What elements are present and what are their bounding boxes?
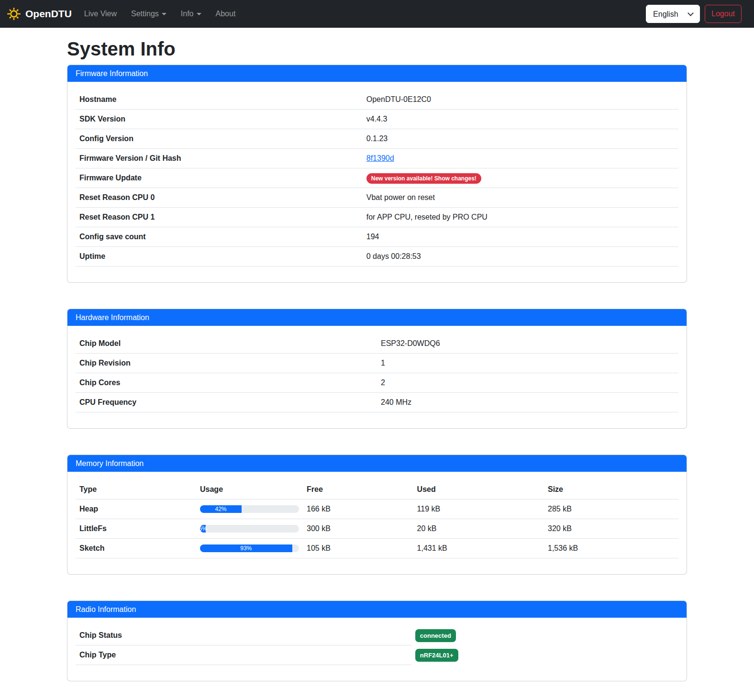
row-value: 0 days 00:28:53	[363, 247, 678, 267]
page-title: System Info	[67, 38, 687, 60]
used-value: 1,431 kB	[413, 539, 544, 558]
memory-type: Heap	[76, 500, 196, 519]
table-row: SDK Version v4.4.3	[76, 110, 678, 129]
memory-information-card: Memory Information Type Usage Free Used …	[67, 455, 687, 575]
row-value: OpenDTU-0E12C0	[363, 90, 678, 110]
progress-label: 93%	[240, 543, 252, 554]
table-row: Chip Type nRF24L01+	[76, 645, 678, 665]
row-value: 2	[377, 373, 678, 393]
table-row: Reset Reason CPU 1 for APP CPU, reseted …	[76, 208, 678, 227]
row-label: Chip Model	[76, 334, 377, 354]
hardware-information-card: Hardware Information Chip Model ESP32-D0…	[67, 309, 687, 429]
progress-label: 6%	[199, 523, 207, 534]
size-value: 285 kB	[544, 500, 678, 519]
navbar-right: English Logout	[646, 5, 742, 23]
row-value: Vbat power on reset	[363, 188, 678, 208]
git-hash-link[interactable]: 8f1390d	[366, 154, 394, 162]
row-value: ESP32-D0WDQ6	[377, 334, 678, 354]
row-label: SDK Version	[76, 110, 363, 129]
free-value: 166 kB	[303, 500, 413, 519]
row-label: Config save count	[76, 227, 363, 247]
hardware-card-body: Chip Model ESP32-D0WDQ6 Chip Revision 1 …	[67, 326, 687, 428]
table-row: Chip Status connected	[76, 626, 678, 645]
row-label: Chip Type	[76, 645, 411, 665]
language-select[interactable]: English	[646, 5, 700, 23]
littlefs-progress-bar: 6%	[200, 525, 299, 533]
progress-label: 42%	[215, 503, 226, 515]
column-header-used: Used	[413, 480, 544, 500]
main-content: System Info Firmware Information Hostnam…	[61, 38, 693, 681]
nav-item-info[interactable]: Info	[177, 6, 205, 22]
firmware-card-body: Hostname OpenDTU-0E12C0 SDK Version v4.4…	[67, 82, 687, 282]
column-header-free: Free	[303, 480, 413, 500]
row-value: 8f1390d	[363, 149, 678, 168]
row-label: Hostname	[76, 90, 363, 110]
row-value: connected	[411, 626, 678, 645]
firmware-card-header: Firmware Information	[67, 65, 687, 82]
table-row: Sketch 93% 105 kB 1,431 kB 1,536 kB	[76, 539, 678, 558]
row-label: Uptime	[76, 247, 363, 267]
firmware-update-badge[interactable]: New version available! Show changes!	[366, 173, 481, 184]
memory-type: LittleFs	[76, 519, 196, 539]
sun-icon	[7, 7, 21, 21]
free-value: 300 kB	[303, 519, 413, 539]
chip-status-badge: connected	[415, 629, 456, 642]
table-row: Config save count 194	[76, 227, 678, 247]
usage-cell: 6%	[196, 519, 303, 539]
radio-card-header: Radio Information	[67, 601, 687, 618]
nav-links: Live View Settings Info About	[80, 6, 646, 22]
hardware-card-header: Hardware Information	[67, 309, 687, 326]
column-header-type: Type	[76, 480, 196, 500]
row-value: 0.1.23	[363, 129, 678, 149]
row-label: Firmware Update	[76, 168, 363, 188]
table-row: LittleFs 6% 300 kB 20 kB 320 kB	[76, 519, 678, 539]
nav-item-about[interactable]: About	[212, 6, 240, 22]
nav-item-live-view[interactable]: Live View	[80, 6, 121, 22]
table-header-row: Type Usage Free Used Size	[76, 480, 678, 500]
memory-card-body: Type Usage Free Used Size Heap 42%	[67, 472, 687, 574]
sketch-progress-bar: 93%	[200, 544, 299, 552]
column-header-usage: Usage	[196, 480, 303, 500]
row-value: 1	[377, 354, 678, 373]
table-row: Chip Model ESP32-D0WDQ6	[76, 334, 678, 354]
table-row: Heap 42% 166 kB 119 kB 285 kB	[76, 500, 678, 519]
row-value: nRF24L01+	[411, 645, 678, 665]
free-value: 105 kB	[303, 539, 413, 558]
memory-type: Sketch	[76, 539, 196, 558]
radio-information-card: Radio Information Chip Status connected …	[67, 600, 687, 681]
row-label: Reset Reason CPU 0	[76, 188, 363, 208]
size-value: 320 kB	[544, 519, 678, 539]
row-value: v4.4.3	[363, 110, 678, 129]
heap-progress-bar: 42%	[200, 505, 299, 513]
table-row: Uptime 0 days 00:28:53	[76, 247, 678, 267]
nav-item-settings[interactable]: Settings	[127, 6, 170, 22]
brand-link[interactable]: OpenDTU	[7, 7, 72, 21]
row-label: Chip Cores	[76, 373, 377, 393]
table-row: Hostname OpenDTU-0E12C0	[76, 90, 678, 110]
row-value: New version available! Show changes!	[363, 168, 678, 188]
firmware-information-card: Firmware Information Hostname OpenDTU-0E…	[67, 65, 687, 283]
memory-table: Type Usage Free Used Size Heap 42%	[76, 480, 678, 558]
language-select-wrap: English	[646, 5, 700, 23]
logout-button[interactable]: Logout	[705, 5, 742, 23]
row-label: Chip Status	[76, 626, 411, 645]
table-row: Chip Revision 1	[76, 354, 678, 373]
usage-cell: 42%	[196, 500, 303, 519]
table-row: Firmware Update New version available! S…	[76, 168, 678, 188]
chevron-down-icon	[197, 13, 201, 15]
row-label: Firmware Version / Git Hash	[76, 149, 363, 168]
radio-card-body: Chip Status connected Chip Type nRF24L01…	[67, 618, 687, 681]
row-label: Chip Revision	[76, 354, 377, 373]
usage-cell: 93%	[196, 539, 303, 558]
table-row: Firmware Version / Git Hash 8f1390d	[76, 149, 678, 168]
chevron-down-icon	[162, 13, 166, 15]
radio-table: Chip Status connected Chip Type nRF24L01…	[76, 626, 678, 665]
row-label: Reset Reason CPU 1	[76, 208, 363, 227]
table-row: Config Version 0.1.23	[76, 129, 678, 149]
brand-label: OpenDTU	[25, 8, 72, 20]
row-label: Config Version	[76, 129, 363, 149]
table-row: Reset Reason CPU 0 Vbat power on reset	[76, 188, 678, 208]
used-value: 119 kB	[413, 500, 544, 519]
column-header-size: Size	[544, 480, 678, 500]
used-value: 20 kB	[413, 519, 544, 539]
